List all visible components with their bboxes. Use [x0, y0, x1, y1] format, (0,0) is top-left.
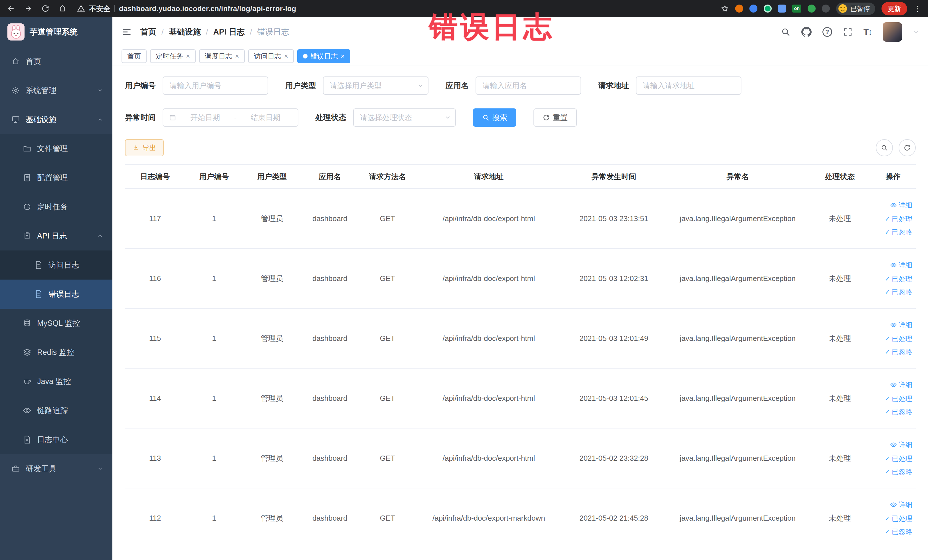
- reset-button[interactable]: 重置: [533, 108, 577, 127]
- sidebar-item-java-monitor[interactable]: Java 监控: [0, 367, 112, 396]
- action-ignored-link[interactable]: ✓已忽略: [885, 465, 912, 478]
- sidebar-item-file-management[interactable]: 文件管理: [0, 134, 112, 163]
- status-select-input[interactable]: [353, 108, 456, 127]
- sidebar-item-system[interactable]: 系统管理: [0, 76, 112, 105]
- clipboard-icon: [23, 232, 31, 240]
- font-size-icon[interactable]: T↕: [864, 27, 872, 37]
- sidebar-item-error-log[interactable]: 错误日志: [0, 279, 112, 309]
- action-ignored-link[interactable]: ✓已忽略: [885, 346, 912, 358]
- action-ignored-link[interactable]: ✓已忽略: [885, 286, 912, 298]
- avatar[interactable]: [883, 22, 902, 42]
- profile-sync-paused-badge[interactable]: 已暂停: [836, 3, 875, 15]
- close-icon[interactable]: ×: [235, 53, 239, 60]
- extension-icon-1[interactable]: [735, 5, 743, 12]
- table-header-row: 日志编号 用户编号 用户类型 应用名 请求方法名 请求地址 异常发生时间 异常名…: [125, 165, 916, 189]
- cell-url: /api/infra/db-doc/export-html: [416, 189, 562, 249]
- tab-access-log[interactable]: 访问日志 ×: [248, 49, 294, 63]
- close-icon[interactable]: ×: [186, 53, 190, 60]
- sidebar-item-config-management[interactable]: 配置管理: [0, 163, 112, 192]
- sidebar-item-label: 链路追踪: [37, 405, 68, 416]
- sidebar-item-access-log[interactable]: 访问日志: [0, 250, 112, 279]
- action-processed-link[interactable]: ✓已处理: [885, 333, 912, 345]
- check-icon: ✓: [885, 349, 890, 355]
- extension-icon-4[interactable]: [778, 5, 786, 12]
- fullscreen-icon[interactable]: [843, 27, 853, 37]
- search-toggle-button[interactable]: [876, 139, 893, 156]
- cell-app-name: dashboard: [301, 428, 359, 488]
- help-icon[interactable]: ?: [823, 27, 832, 37]
- user-id-input[interactable]: [163, 76, 268, 95]
- search-icon[interactable]: [781, 27, 791, 37]
- cell-app-name: dashboard: [301, 308, 359, 368]
- back-button[interactable]: [7, 4, 15, 13]
- sidebar-item-label: 研发工具: [26, 464, 56, 474]
- sidebar-item-mysql-monitor[interactable]: MySQL 监控: [0, 309, 112, 338]
- action-processed-link[interactable]: ✓已处理: [885, 452, 912, 465]
- tab-error-log[interactable]: 错误日志 ×: [297, 49, 350, 63]
- bookmark-star-icon[interactable]: [721, 5, 729, 12]
- action-detail-link[interactable]: 详细: [890, 378, 912, 391]
- actions-cell: 详细 ✓已处理 ✓已忽略: [871, 368, 916, 428]
- extension-icon-3[interactable]: [764, 5, 772, 12]
- cell-exception: java.lang.IllegalArgumentException: [666, 249, 809, 308]
- tab-scheduled-jobs[interactable]: 定时任务 ×: [150, 49, 196, 63]
- update-button[interactable]: 更新: [882, 2, 907, 15]
- warning-icon[interactable]: [77, 5, 85, 12]
- action-detail-link[interactable]: 详细: [890, 438, 912, 451]
- chevron-down-icon: [444, 114, 451, 121]
- close-icon[interactable]: ×: [284, 53, 288, 60]
- sidebar-item-infra[interactable]: 基础设施: [0, 105, 112, 134]
- action-detail-link[interactable]: 详细: [890, 498, 912, 511]
- cell-status: 未处理: [809, 308, 871, 368]
- sidebar-item-home[interactable]: 首页: [0, 47, 112, 76]
- cell-user-type: 管理员: [243, 428, 301, 488]
- action-detail-link[interactable]: 详细: [890, 199, 912, 211]
- exception-time-range-picker[interactable]: 开始日期 - 结束日期: [163, 108, 298, 127]
- cell-user-type: 管理员: [243, 368, 301, 428]
- breadcrumb-item-infra[interactable]: 基础设施: [169, 26, 201, 37]
- refresh-button[interactable]: [899, 139, 916, 156]
- action-ignored-link[interactable]: ✓已忽略: [885, 525, 912, 538]
- tab-job-log[interactable]: 调度日志 ×: [199, 49, 245, 63]
- action-ignored-link[interactable]: ✓已忽略: [885, 406, 912, 418]
- sidebar-item-trace[interactable]: 链路追踪: [0, 396, 112, 425]
- filter-app-name: 应用名: [446, 76, 581, 95]
- breadcrumb-item-api-log[interactable]: API 日志: [214, 26, 245, 37]
- sidebar-item-dev-tools[interactable]: 研发工具: [0, 454, 112, 483]
- forward-button[interactable]: [24, 4, 32, 13]
- github-icon[interactable]: [801, 27, 812, 37]
- sidebar-item-scheduled-jobs[interactable]: 定时任务: [0, 192, 112, 221]
- action-processed-link[interactable]: ✓已处理: [885, 273, 912, 285]
- sidebar-item-log-center[interactable]: 日志中心: [0, 425, 112, 454]
- sidebar-item-api-log[interactable]: API 日志: [0, 221, 112, 250]
- user-type-select-input[interactable]: [323, 76, 429, 95]
- cell-status: 未处理: [809, 189, 871, 249]
- browser-menu-icon[interactable]: ⋮: [913, 4, 922, 14]
- database-icon: [23, 319, 31, 328]
- status-select[interactable]: [353, 108, 456, 127]
- address-bar[interactable]: 不安全 dashboard.yudao.iocoder.cn/infra/log…: [77, 4, 715, 14]
- app-name-input[interactable]: [476, 76, 581, 95]
- reload-button[interactable]: [41, 4, 50, 13]
- breadcrumb-item-home[interactable]: 首页: [140, 26, 156, 37]
- home-button[interactable]: [58, 4, 67, 13]
- chevron-up-icon: [97, 116, 103, 123]
- extension-icon-2[interactable]: [749, 5, 757, 12]
- extension-icon-7[interactable]: [822, 5, 830, 12]
- export-button[interactable]: 导出: [125, 139, 164, 156]
- sidebar-toggle-icon[interactable]: [122, 27, 132, 37]
- action-processed-link[interactable]: ✓已处理: [885, 512, 912, 525]
- extension-icon-6[interactable]: [807, 5, 816, 12]
- action-ignored-link[interactable]: ✓已忽略: [885, 226, 912, 238]
- close-icon[interactable]: ×: [340, 53, 345, 60]
- user-type-select[interactable]: [323, 76, 429, 95]
- sidebar-item-redis-monitor[interactable]: Redis 监控: [0, 338, 112, 367]
- action-detail-link[interactable]: 详细: [890, 259, 912, 271]
- search-button[interactable]: 搜索: [473, 108, 516, 127]
- request-url-input[interactable]: [636, 76, 742, 95]
- action-detail-link[interactable]: 详细: [890, 319, 912, 331]
- extension-icon-5[interactable]: on: [792, 5, 801, 12]
- action-processed-link[interactable]: ✓已处理: [885, 392, 912, 405]
- tab-home[interactable]: 首页: [122, 49, 147, 63]
- action-processed-link[interactable]: ✓已处理: [885, 213, 912, 225]
